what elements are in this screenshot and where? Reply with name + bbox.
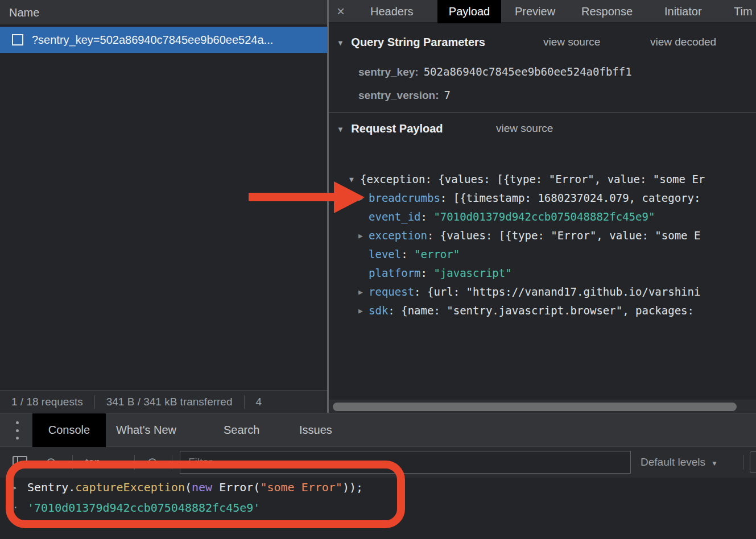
view-source-link[interactable]: view source	[496, 122, 553, 135]
json-preview: : {values: [{type: "Error", value: "some…	[427, 229, 700, 242]
payload-content: ▼ Query String Parameters view source vi…	[329, 24, 756, 400]
chevron-collapsed-icon[interactable]: ▶	[358, 283, 367, 301]
tab-response[interactable]: Response	[581, 0, 633, 23]
view-decoded-link[interactable]: view decoded	[650, 36, 716, 48]
console-toolbar: ⊘ top▼ ⊙ Default levels▼	[0, 447, 756, 478]
tab-timing[interactable]: Tim	[734, 0, 753, 23]
json-key: event_id	[369, 210, 421, 223]
clear-console-icon[interactable]: ⊘	[46, 447, 56, 478]
request-details-panel: × Headers Payload Preview Response Initi…	[329, 0, 756, 413]
json-preview: : {url: "https://vanand17.github.io/vars…	[414, 285, 700, 298]
return-value-icon: <·	[7, 498, 18, 518]
chevron-expanded-icon[interactable]: ▼	[337, 39, 344, 47]
console-filter-input[interactable]	[180, 451, 631, 474]
tab-whats-new[interactable]: What's New	[116, 413, 176, 447]
chevron-collapsed-icon[interactable]: ▶	[358, 189, 367, 208]
console-drawer: Console What's New Search Issues ⊘ top▼ …	[0, 413, 756, 539]
json-root-line[interactable]: ▼ {exception: {values: [{type: "Error", …	[329, 170, 756, 189]
request-payload-title: Request Payload	[351, 122, 443, 135]
json-property-exception[interactable]: ▶ exception: {values: [{type: "Error", v…	[329, 226, 756, 245]
chevron-expanded-icon[interactable]: ▼	[337, 125, 344, 134]
network-name-column-header[interactable]: Name	[0, 0, 327, 26]
console-settings-icon[interactable]	[750, 451, 756, 473]
chevron-down-icon: ▼	[106, 448, 113, 479]
tab-payload[interactable]: Payload	[437, 0, 501, 23]
json-property-level[interactable]: level: "error"	[329, 245, 756, 264]
json-root-preview: {exception: {values: [{type: "Error", va…	[360, 170, 705, 189]
param-key: sentry_version:	[358, 89, 439, 101]
tab-issues[interactable]: Issues	[299, 413, 332, 447]
section-divider	[329, 112, 756, 113]
chevron-collapsed-icon[interactable]: ▶	[358, 301, 367, 320]
json-property-event-id[interactable]: event_id: "7010d01379d942ccb075048882fc4…	[329, 208, 756, 226]
toolbar-separator	[743, 455, 743, 470]
payload-json-tree: ▼ {exception: {values: [{type: "Error", …	[329, 170, 756, 320]
chevron-collapsed-icon[interactable]: ▶	[358, 226, 367, 245]
live-expression-eye-icon[interactable]: ⊙	[147, 447, 158, 478]
network-status-bar: 1 / 18 requests 341 B / 341 kB transferr…	[0, 390, 327, 413]
tab-preview[interactable]: Preview	[515, 0, 555, 23]
json-preview: : {name: "sentry.javascript.browser", pa…	[388, 304, 694, 317]
param-value: 502a86940c7845ee9b60ee524a0fbff1	[424, 65, 632, 78]
query-string-section-header[interactable]: ▼ Query String Parameters view source vi…	[337, 36, 485, 52]
param-value: 7	[444, 89, 451, 101]
network-panel: Name ?sentry_key=502a86940c7845ee9b60ee5…	[0, 0, 327, 413]
chevron-expanded-icon[interactable]: ▼	[349, 170, 358, 189]
status-truncated: 4	[245, 396, 274, 408]
console-prompt-icon: >	[10, 478, 16, 497]
context-selector[interactable]: top▼	[85, 447, 113, 478]
json-key: request	[369, 285, 414, 298]
json-key: platform	[369, 267, 421, 279]
json-value: "error"	[414, 248, 460, 260]
scrollbar-thumb[interactable]	[333, 403, 737, 411]
requests-count: 1 / 18 requests	[0, 396, 94, 408]
json-value: "7010d01379d942ccb075048882fc45e9"	[433, 210, 655, 223]
json-property-breadcrumbs[interactable]: ▶ breadcrumbs: [{timestamp: 1680237024.0…	[329, 189, 756, 208]
request-checkbox[interactable]	[12, 34, 23, 45]
query-string-title: Query String Parameters	[351, 36, 485, 48]
console-input-echo-line[interactable]: > Sentry.captureException(new Error("som…	[0, 478, 756, 497]
console-result-line[interactable]: <· '7010d01379d942ccb075048882fc45e9'	[0, 498, 756, 518]
tab-initiator[interactable]: Initiator	[664, 0, 702, 23]
network-request-row[interactable]: ?sentry_key=502a86940c7845ee9b60ee524a..…	[0, 27, 327, 53]
query-param-row: sentry_key:502a86940c7845ee9b60ee524a0fb…	[358, 65, 632, 78]
default-levels-dropdown[interactable]: Default levels▼	[641, 447, 718, 478]
console-tab-bar: Console What's New Search Issues	[0, 413, 756, 447]
json-key: level	[369, 248, 401, 260]
toolbar-separator	[72, 455, 73, 470]
json-value: "javascript"	[433, 267, 511, 279]
json-property-sdk[interactable]: ▶ sdk: {name: "sentry.javascript.browser…	[329, 301, 756, 320]
view-source-link[interactable]: view source	[543, 36, 600, 48]
details-tab-bar: × Headers Payload Preview Response Initi…	[329, 0, 756, 23]
json-property-platform[interactable]: platform: "javascript"	[329, 264, 756, 283]
tab-search[interactable]: Search	[224, 413, 259, 447]
console-result-value: '7010d01379d942ccb075048882fc45e9'	[27, 498, 260, 518]
toolbar-separator	[172, 455, 172, 470]
horizontal-scrollbar[interactable]	[329, 400, 756, 413]
tab-console[interactable]: Console	[32, 413, 106, 447]
json-property-request[interactable]: ▶ request: {url: "https://vanand17.githu…	[329, 283, 756, 301]
toolbar-separator	[134, 455, 135, 470]
param-key: sentry_key:	[358, 66, 419, 78]
more-tools-icon[interactable]	[16, 421, 19, 440]
tab-headers[interactable]: Headers	[370, 0, 414, 23]
console-sidebar-icon[interactable]	[13, 456, 27, 468]
json-key: sdk	[369, 304, 388, 317]
transferred-size: 341 B / 341 kB transferred	[95, 396, 244, 408]
close-icon[interactable]: ×	[337, 0, 345, 23]
request-name: ?sentry_key=502a86940c7845ee9b60ee524a..…	[32, 34, 273, 47]
query-param-row: sentry_version:7	[358, 89, 451, 102]
json-preview: : [{timestamp: 1680237024.079, category:	[440, 192, 701, 204]
json-key: breadcrumbs	[369, 192, 440, 204]
json-key: exception	[369, 229, 427, 242]
chevron-down-icon: ▼	[711, 448, 718, 479]
request-payload-section-header[interactable]: ▼ Request Payload view source	[337, 122, 443, 138]
